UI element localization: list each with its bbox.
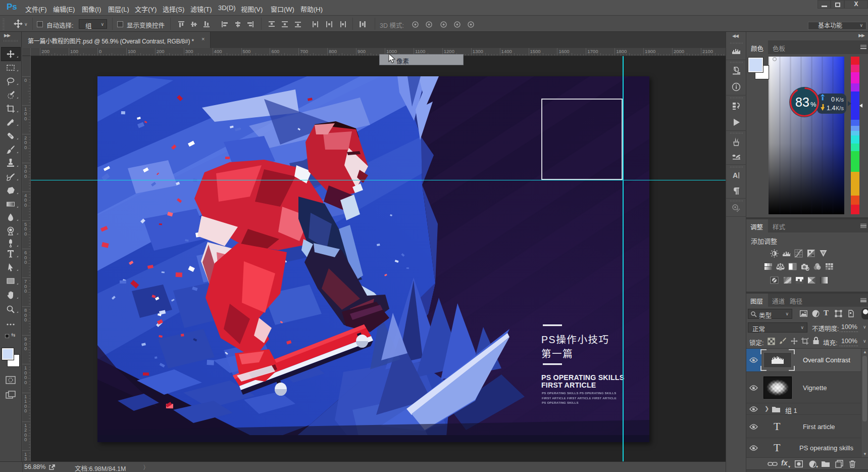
svg-text:%: % <box>810 101 816 108</box>
svg-text:FIRST ARTICLE: FIRST ARTICLE <box>541 381 596 389</box>
svg-text:1.4: 1.4 <box>827 105 835 112</box>
svg-text:A: A <box>733 171 738 179</box>
svg-text:K/s: K/s <box>836 105 844 111</box>
svg-text:K/s: K/s <box>836 97 844 103</box>
svg-text:83: 83 <box>795 95 809 109</box>
svg-text:FIRST ARTICLE FIRST ARTICLE FI: FIRST ARTICLE FIRST ARTICLE FIRST ARTICL… <box>542 396 617 400</box>
svg-text:PS操作小技巧: PS操作小技巧 <box>541 332 609 346</box>
svg-text:第一篇: 第一篇 <box>541 346 573 360</box>
svg-text:PS OPERATING SKILLS: PS OPERATING SKILLS <box>541 373 624 382</box>
svg-text:0: 0 <box>831 96 835 103</box>
svg-text:PS OPERATING SKILLS: PS OPERATING SKILLS <box>542 401 579 404</box>
svg-text:PS OPERATING SKILLS PS OPERATI: PS OPERATING SKILLS PS OPERATING SKILLS <box>542 391 616 395</box>
